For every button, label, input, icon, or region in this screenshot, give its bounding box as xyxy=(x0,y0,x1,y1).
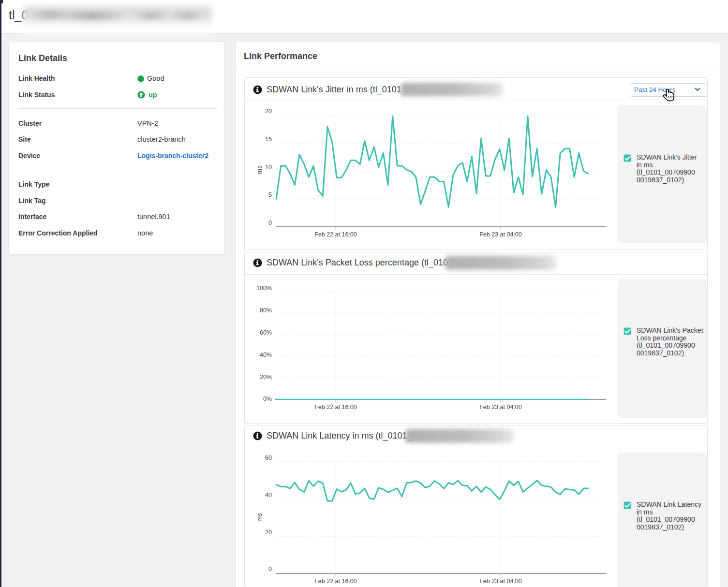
svg-text:20: 20 xyxy=(265,529,272,536)
svg-text:40%: 40% xyxy=(260,352,272,358)
svg-text:80%: 80% xyxy=(260,307,272,314)
svg-text:20: 20 xyxy=(265,108,272,115)
svg-text:60%: 60% xyxy=(260,329,272,336)
svg-text:10: 10 xyxy=(265,164,272,171)
svg-text:Feb 23 at 04:00: Feb 23 at 04:00 xyxy=(479,404,522,411)
svg-text:60: 60 xyxy=(265,455,272,461)
svg-text:20%: 20% xyxy=(260,374,272,381)
svg-text:Feb 22 at 16:00: Feb 22 at 16:00 xyxy=(314,231,357,238)
svg-text:0%: 0% xyxy=(263,396,272,402)
svg-text:Feb 23 at 04:00: Feb 23 at 04:00 xyxy=(479,231,522,238)
svg-text:Feb 22 at 16:00: Feb 22 at 16:00 xyxy=(314,404,357,411)
svg-text:ms: ms xyxy=(256,513,263,522)
svg-text:100%: 100% xyxy=(256,285,272,292)
svg-text:5: 5 xyxy=(268,191,272,198)
svg-text:ms: ms xyxy=(256,165,263,174)
svg-text:0: 0 xyxy=(268,220,272,226)
svg-text:0: 0 xyxy=(268,566,272,572)
svg-text:Feb 23 at 04:00: Feb 23 at 04:00 xyxy=(479,578,522,585)
svg-text:40: 40 xyxy=(265,492,272,499)
svg-text:15: 15 xyxy=(265,136,272,143)
svg-text:Feb 22 at 16:00: Feb 22 at 16:00 xyxy=(314,578,357,585)
